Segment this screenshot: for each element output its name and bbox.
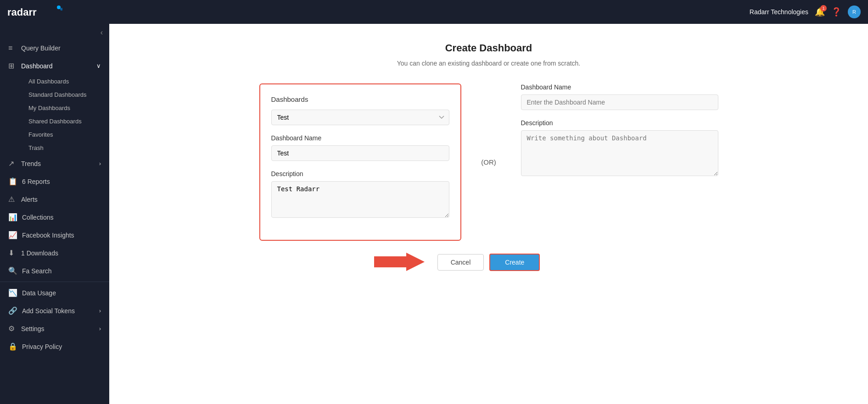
dashboard-icon: ⊞ <box>8 61 17 70</box>
facebook-insights-icon: 📈 <box>8 231 17 239</box>
sidebar-item-facebook-insights[interactable]: 📈 Facebook Insights <box>0 226 109 244</box>
sidebar-item-label: Query Builder <box>21 44 61 52</box>
svg-point-2 <box>60 8 62 11</box>
sidebar-item-label: Trends <box>21 160 41 167</box>
collections-icon: 📊 <box>8 213 17 221</box>
layout: ‹ ≡ Query Builder ⊞ Dashboard ∨ All Dash… <box>0 24 868 404</box>
sidebar-item-label: Fa Search <box>22 267 52 275</box>
collapse-icon[interactable]: ‹ <box>101 28 103 37</box>
page-subtitle: You can clone an existing dashboard or c… <box>137 60 840 67</box>
scratch-dashboard-name-label: Dashboard Name <box>521 83 718 91</box>
navbar-right: Radarr Technologies 🔔 1 ❓ R <box>750 6 861 18</box>
sidebar-item-alerts[interactable]: ⚠ Alerts <box>0 190 109 208</box>
sidebar-item-standard-dashboards[interactable]: Standard Dashboards <box>22 88 109 101</box>
scratch-description-group: Description <box>521 119 718 178</box>
sidebar-item-all-dashboards[interactable]: All Dashboards <box>22 75 109 88</box>
sidebar-item-privacy-policy[interactable]: 🔒 Privacy Policy <box>0 338 109 355</box>
data-usage-icon: 📉 <box>8 288 17 297</box>
clone-description-textarea[interactable]: Test Radarr <box>271 181 449 218</box>
clone-panel: Dashboards Test Dashboard Name Descripti… <box>259 83 461 241</box>
sidebar-item-settings[interactable]: ⚙ Settings › <box>0 320 109 338</box>
privacy-policy-icon: 🔒 <box>8 342 17 351</box>
trends-icon: ↗ <box>8 159 17 168</box>
sidebar-item-shared-dashboards[interactable]: Shared Dashboards <box>22 115 109 128</box>
navbar-left: radarr <box>7 5 62 19</box>
svg-point-1 <box>57 6 61 9</box>
clone-dashboard-name-label: Dashboard Name <box>271 134 449 142</box>
sidebar-item-label: Collections <box>22 214 53 221</box>
dashboard-select-group: Test <box>271 110 449 125</box>
page-title: Create Dashboard <box>137 42 840 54</box>
sidebar-item-downloads[interactable]: ⬇ 1 Downloads <box>0 244 109 262</box>
sidebar-item-label: Settings <box>21 325 45 332</box>
social-tokens-icon: 🔗 <box>8 306 17 315</box>
sidebar-item-query-builder[interactable]: ≡ Query Builder <box>0 39 109 57</box>
chevron-right-icon: › <box>99 325 101 332</box>
sidebar-item-collections[interactable]: 📊 Collections <box>0 208 109 226</box>
sidebar-item-my-dashboards[interactable]: My Dashboards <box>22 101 109 115</box>
scratch-description-label: Description <box>521 119 718 127</box>
collapse-button[interactable]: ‹ <box>0 24 109 39</box>
svg-text:radarr: radarr <box>7 6 37 18</box>
notification-icon[interactable]: 🔔 1 <box>815 7 825 17</box>
sidebar-item-dashboard[interactable]: ⊞ Dashboard ∨ <box>0 57 109 75</box>
notification-badge: 1 <box>820 5 827 11</box>
or-divider: (OR) <box>461 158 516 166</box>
logo: radarr <box>7 5 62 19</box>
clone-description-label: Description <box>271 170 449 177</box>
company-name: Radarr Technologies <box>750 8 808 16</box>
avatar[interactable]: R <box>848 6 861 18</box>
buttons-row: Cancel Create <box>137 254 840 271</box>
help-icon[interactable]: ❓ <box>831 7 841 17</box>
clone-dashboard-name-group: Dashboard Name <box>271 134 449 161</box>
sidebar-item-label: Privacy Policy <box>22 343 62 350</box>
sidebar-item-favorites[interactable]: Favorites <box>22 128 109 141</box>
form-layout: Dashboards Test Dashboard Name Descripti… <box>137 83 840 241</box>
sidebar: ‹ ≡ Query Builder ⊞ Dashboard ∨ All Dash… <box>0 24 109 404</box>
dashboard-submenu: All Dashboards Standard Dashboards My Da… <box>0 75 109 155</box>
clone-dashboard-name-input[interactable] <box>271 145 449 161</box>
scratch-dashboard-name-input[interactable] <box>521 94 718 110</box>
sidebar-item-trends[interactable]: ↗ Trends › <box>0 155 109 172</box>
scratch-dashboard-name-group: Dashboard Name <box>521 83 718 110</box>
sidebar-item-label: Alerts <box>21 196 38 203</box>
scratch-panel: Dashboard Name Description <box>516 83 718 187</box>
sidebar-divider <box>0 282 109 282</box>
reports-icon: 📋 <box>8 177 17 186</box>
chevron-right-icon: › <box>99 160 101 167</box>
scratch-description-textarea[interactable] <box>521 130 718 176</box>
clone-description-group: Description Test Radarr <box>271 170 449 220</box>
sidebar-item-label: 1 Downloads <box>21 249 58 257</box>
query-builder-icon: ≡ <box>8 44 17 52</box>
sidebar-item-label: Dashboard <box>21 62 53 70</box>
sidebar-item-data-usage[interactable]: 📉 Data Usage <box>0 284 109 302</box>
sidebar-item-label: 6 Reports <box>22 178 50 185</box>
downloads-icon: ⬇ <box>8 249 17 257</box>
chevron-down-icon: ∨ <box>96 62 101 69</box>
clone-panel-title: Dashboards <box>271 95 449 103</box>
arrow-annotation <box>370 252 429 274</box>
sidebar-item-search[interactable]: 🔍 Fa Search <box>0 262 109 280</box>
sidebar-item-reports[interactable]: 📋 6 Reports <box>0 172 109 190</box>
dashboard-select[interactable]: Test <box>271 110 449 125</box>
chevron-right-icon: › <box>99 307 101 314</box>
alerts-icon: ⚠ <box>8 195 17 204</box>
cancel-button[interactable]: Cancel <box>437 254 484 271</box>
sidebar-item-label: Data Usage <box>22 289 56 297</box>
sidebar-item-label: Add Social Tokens <box>22 307 75 315</box>
settings-icon: ⚙ <box>8 324 17 333</box>
sidebar-item-label: Facebook Insights <box>22 232 74 239</box>
search-icon: 🔍 <box>8 266 17 275</box>
sidebar-item-trash[interactable]: Trash <box>22 141 109 155</box>
create-button[interactable]: Create <box>489 254 540 271</box>
main-content: Create Dashboard You can clone an existi… <box>109 24 868 404</box>
sidebar-item-add-social-tokens[interactable]: 🔗 Add Social Tokens › <box>0 302 109 320</box>
svg-marker-3 <box>374 253 425 271</box>
navbar: radarr Radarr Technologies 🔔 1 ❓ R <box>0 0 868 24</box>
